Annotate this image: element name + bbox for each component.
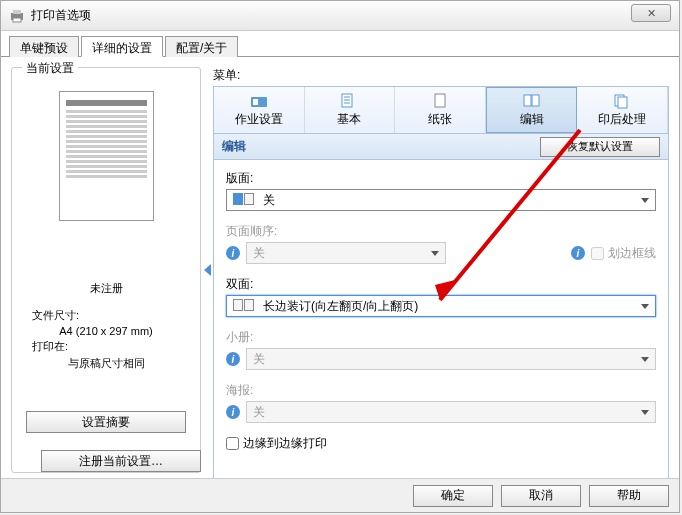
current-settings-panel: 当前设置 未注册 文件尺寸: A4 (210 x 297 mm) 打印在: 与原… <box>11 67 201 473</box>
print-at-value: 与原稿尺寸相同 <box>20 356 192 371</box>
duplex-label: 双面: <box>226 276 656 293</box>
page-order-label: 页面顺序: <box>226 223 656 240</box>
layout-select[interactable]: 关 <box>226 189 656 211</box>
menu-job[interactable]: 作业设置 <box>214 87 305 133</box>
print-at-label: 打印在: <box>20 339 192 354</box>
collapse-icon <box>204 264 211 276</box>
dialog-footer: 确定 取消 帮助 <box>1 478 679 512</box>
info-icon[interactable]: i <box>226 352 240 366</box>
tab-oneclick[interactable]: 单键预设 <box>9 36 79 57</box>
titlebar: 打印首选项 ✕ <box>1 1 679 31</box>
svg-rect-1 <box>13 10 21 14</box>
svg-rect-13 <box>618 97 627 108</box>
menu-finish[interactable]: 印后处理 <box>577 87 668 133</box>
menu-bar: 作业设置 基本 纸张 编辑 印后处理 <box>213 86 669 134</box>
unregistered-text: 未注册 <box>20 281 192 296</box>
register-settings-button[interactable]: 注册当前设置… <box>41 450 201 472</box>
ok-button[interactable]: 确定 <box>413 485 493 507</box>
edge-print-wrap[interactable]: 边缘到边缘打印 <box>226 435 656 452</box>
section-header: 编辑 恢复默认设置 <box>213 134 669 160</box>
svg-rect-9 <box>435 94 445 107</box>
help-button[interactable]: 帮助 <box>589 485 669 507</box>
paper-icon <box>430 93 450 109</box>
edit-icon <box>522 93 542 109</box>
svg-rect-11 <box>532 95 539 106</box>
poster-label: 海报: <box>226 382 656 399</box>
page-order-select: 关 <box>246 242 446 264</box>
tab-config[interactable]: 配置/关于 <box>165 36 238 57</box>
svg-rect-4 <box>253 99 258 105</box>
menu-edit[interactable]: 编辑 <box>486 87 578 133</box>
booklet-label: 小册: <box>226 329 656 346</box>
printer-icon <box>9 8 25 24</box>
poster-select: 关 <box>246 401 656 423</box>
restore-defaults-button[interactable]: 恢复默认设置 <box>540 137 660 157</box>
duplex-select[interactable]: 长边装订(向左翻页/向上翻页) <box>226 295 656 317</box>
menu-basic[interactable]: 基本 <box>305 87 396 133</box>
svg-rect-2 <box>13 18 21 22</box>
basic-icon <box>339 93 359 109</box>
job-icon <box>249 93 269 109</box>
info-icon[interactable]: i <box>226 246 240 260</box>
info-icon[interactable]: i <box>571 246 585 260</box>
layout-label: 版面: <box>226 170 656 187</box>
window-title: 打印首选项 <box>31 7 91 24</box>
tab-bar: 单键预设 详细的设置 配置/关于 <box>1 31 679 57</box>
summary-button[interactable]: 设置摘要 <box>26 411 186 433</box>
panel-divider[interactable] <box>201 67 213 473</box>
page-preview <box>59 91 154 221</box>
svg-rect-10 <box>524 95 531 106</box>
menu-label: 菜单: <box>213 67 669 84</box>
finish-icon <box>612 93 632 109</box>
borders-checkbox <box>591 247 604 260</box>
tab-detailed[interactable]: 详细的设置 <box>81 36 163 57</box>
edge-print-checkbox[interactable] <box>226 437 239 450</box>
cancel-button[interactable]: 取消 <box>501 485 581 507</box>
menu-paper[interactable]: 纸张 <box>395 87 486 133</box>
section-title: 编辑 <box>222 138 540 155</box>
booklet-select: 关 <box>246 348 656 370</box>
info-icon[interactable]: i <box>226 405 240 419</box>
close-button[interactable]: ✕ <box>631 4 671 22</box>
current-settings-legend: 当前设置 <box>22 60 78 77</box>
borders-checkbox-wrap: 划边框线 <box>591 245 656 262</box>
file-size-label: 文件尺寸: <box>20 308 192 323</box>
file-size-value: A4 (210 x 297 mm) <box>20 325 192 337</box>
